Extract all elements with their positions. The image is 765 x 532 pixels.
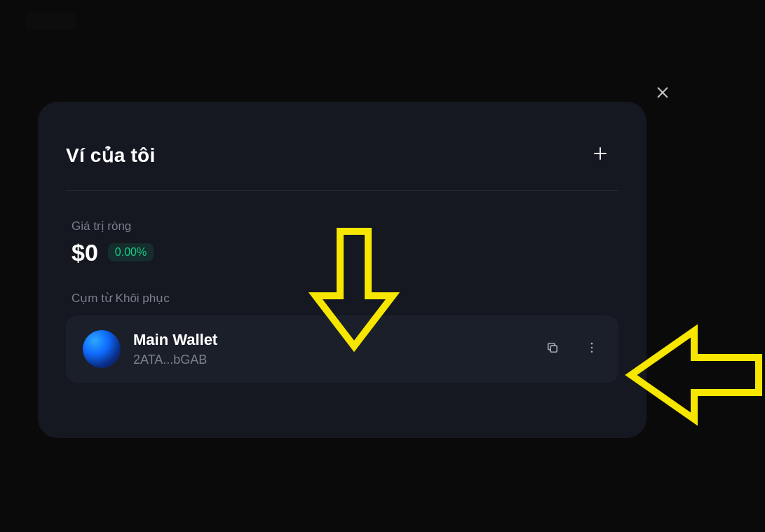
recovery-section-label: Cụm từ Khôi phục <box>66 291 618 306</box>
net-worth-amount: $0 <box>72 240 98 264</box>
modal-header: Ví của tôi <box>66 141 618 169</box>
svg-point-6 <box>591 347 593 349</box>
more-vertical-icon <box>585 341 599 357</box>
modal-title: Ví của tôi <box>66 144 155 167</box>
top-left-placeholder <box>25 13 76 29</box>
wallet-name: Main Wallet <box>133 331 530 349</box>
net-worth-block: Giá trị ròng $0 0.00% <box>66 219 618 264</box>
wallet-info: Main Wallet 2ATA...bGAB <box>133 331 530 367</box>
wallet-avatar <box>83 330 121 368</box>
wallet-item[interactable]: Main Wallet 2ATA...bGAB <box>66 315 618 383</box>
copy-icon <box>546 341 560 357</box>
svg-point-5 <box>591 343 593 345</box>
svg-rect-4 <box>550 346 557 352</box>
wallets-modal: Ví của tôi Giá trị ròng $0 0.00% Cụm từ … <box>38 102 646 438</box>
close-button[interactable] <box>651 83 674 105</box>
wallet-menu-button[interactable] <box>582 339 602 359</box>
divider <box>66 190 618 191</box>
close-icon <box>655 85 670 103</box>
svg-point-7 <box>591 351 593 353</box>
wallet-address: 2ATA...bGAB <box>133 353 530 367</box>
net-worth-row: $0 0.00% <box>72 240 618 264</box>
copy-address-button[interactable] <box>543 339 562 359</box>
net-worth-label: Giá trị ròng <box>72 219 618 233</box>
add-wallet-button[interactable] <box>586 141 614 169</box>
plus-icon <box>592 145 609 165</box>
svg-marker-9 <box>631 331 759 419</box>
percent-badge: 0.00% <box>108 243 154 261</box>
wallet-actions <box>543 339 602 359</box>
